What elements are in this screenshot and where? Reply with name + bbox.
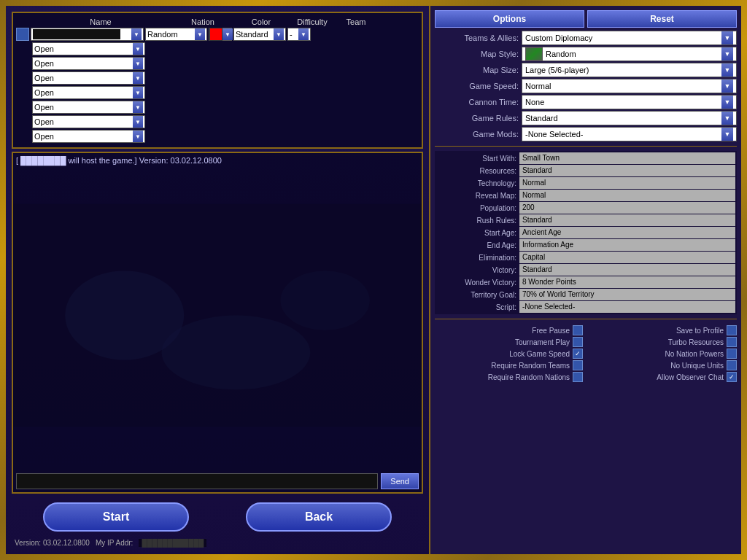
host-team-dropdown[interactable]: - ▼ [287,28,311,41]
cb-free-pause-box[interactable] [573,325,583,335]
cb-lock-speed-box[interactable]: ✓ [573,349,583,359]
option-row-cannontime: Cannon Time: None ▼ [435,95,737,109]
gamespeed-dropdown[interactable]: Normal ▼ [522,79,737,93]
player5-name-dropdown[interactable]: Open ▼ [32,101,145,114]
mapsize-value: Large (5/6-player) [525,66,589,74]
host-color-btn[interactable]: ▼ [209,28,232,41]
col-nation-header: Nation [166,18,239,26]
endage-label: End Age: [436,241,516,249]
revealmap-value: Normal [519,190,735,201]
gamemods-dropdown[interactable]: -None Selected- ▼ [522,127,737,141]
host-team-arrow[interactable]: ▼ [298,28,309,40]
send-button[interactable]: Send [381,473,419,489]
startage-value: Ancient Age [519,227,735,238]
host-checkbox[interactable] [16,28,29,41]
cb-random-nations-box[interactable] [573,372,583,382]
setting-row-technology: Technology: Normal [436,177,735,189]
technology-value: Normal [519,177,735,189]
cb-save-profile-box[interactable] [727,325,737,335]
revealmap-label: Reveal Map: [436,192,516,200]
cb-no-nation-powers-label: No Nation Powers [665,350,724,358]
player1-name-dropdown[interactable]: Open ▼ [32,42,145,55]
cb-tournament-box[interactable] [573,337,583,347]
send-row: Send [13,470,422,492]
teams-arrow[interactable]: ▼ [721,31,733,44]
player6-name-arrow[interactable]: ▼ [133,116,143,128]
gamerules-arrow[interactable]: ▼ [721,112,733,125]
mapsize-arrow[interactable]: ▼ [721,63,733,77]
setting-row-rushrules: Rush Rules: Standard [436,214,735,226]
population-value: 200 [519,202,735,214]
options-header: Options Reset [435,10,737,28]
mapstyle-arrow[interactable]: ▼ [721,47,733,61]
cb-observer-chat-box[interactable]: ✓ [727,372,737,382]
player7-name-arrow[interactable]: ▼ [133,131,143,142]
option-row-mapsize: Map Size: Large (5/6-player) ▼ [435,63,737,77]
host-name-dropdown[interactable]: ▼ [31,28,144,41]
option-row-gamerules: Game Rules: Standard ▼ [435,111,737,125]
player3-name-dropdown[interactable]: Open ▼ [32,71,145,85]
cb-no-nation-powers-box[interactable] [727,349,737,359]
cb-no-unique-units: No Unique Units [589,360,737,370]
gamerules-label: Game Rules: [435,114,519,122]
cb-random-teams: Require Random Teams [435,360,583,370]
cb-turbo-resources-label: Turbo Resources [668,338,724,346]
player3-name-arrow[interactable]: ▼ [133,72,143,84]
gamerules-dropdown[interactable]: Standard ▼ [522,111,737,125]
population-label: Population: [436,204,516,212]
cannontime-dropdown[interactable]: None ▼ [522,95,737,109]
gamespeed-label: Game Speed: [435,82,519,90]
startwith-label: Start With: [436,155,516,163]
cb-free-pause: Free Pause [435,325,583,335]
back-button[interactable]: Back [246,502,392,532]
option-row-gamespeed: Game Speed: Normal ▼ [435,79,737,93]
cb-no-unique-units-label: No Unique Units [670,362,724,370]
host-color-arrow[interactable]: ▼ [222,28,233,40]
player-row-4: Open ▼ [16,86,419,99]
gamespeed-arrow[interactable]: ▼ [721,79,733,93]
cannontime-arrow[interactable]: ▼ [721,96,733,109]
player5-name-arrow[interactable]: ▼ [133,101,143,113]
player4-name-dropdown[interactable]: Open ▼ [32,86,145,99]
cb-save-profile: Save to Profile [589,325,737,335]
left-panel: Name Nation Color Difficulty Team ▼ Rand… [6,6,429,554]
options-tab[interactable]: Options [435,10,584,28]
cannontime-value: None [525,98,544,106]
player-row-1: Open ▼ [16,42,419,55]
player2-name-dropdown[interactable]: Open ▼ [32,57,145,70]
technology-label: Technology: [436,179,516,187]
script-value: -None Selected- [519,301,735,313]
player6-name-dropdown[interactable]: Open ▼ [32,115,145,128]
mapsize-dropdown[interactable]: Large (5/6-player) ▼ [522,63,737,77]
cb-no-nation-powers: No Nation Powers [589,349,737,359]
start-button[interactable]: Start [43,502,189,532]
player2-name-arrow[interactable]: ▼ [133,58,143,69]
host-name-arrow[interactable]: ▼ [131,28,142,40]
host-difficulty-dropdown[interactable]: Standard ▼ [233,28,286,41]
cb-random-teams-box[interactable] [573,360,583,370]
player-row-5: Open ▼ [16,101,419,114]
player1-name-arrow[interactable]: ▼ [133,43,143,55]
mapstyle-dropdown[interactable]: Random ▼ [522,47,737,61]
gamemods-arrow[interactable]: ▼ [721,128,733,141]
cb-no-unique-units-box[interactable] [727,360,737,370]
setting-row-wondervictory: Wonder Victory: 8 Wonder Points [436,276,735,288]
teams-dropdown[interactable]: Custom Diplomacy ▼ [522,31,737,45]
option-row-mapstyle: Map Style: Random ▼ [435,47,737,61]
chat-input[interactable] [16,473,378,489]
gamerules-value: Standard [525,114,558,122]
startwith-value: Small Town [519,152,735,164]
territorygoal-label: Territory Goal: [436,291,516,299]
player-header: Name Nation Color Difficulty Team [16,16,419,28]
player4-name-arrow[interactable]: ▼ [133,87,143,98]
reset-tab[interactable]: Reset [587,10,737,28]
setting-row-revealmap: Reveal Map: Normal [436,190,735,201]
player7-name-dropdown[interactable]: Open ▼ [32,130,145,143]
host-difficulty-arrow[interactable]: ▼ [274,28,284,40]
victory-value: Standard [519,264,735,276]
cb-turbo-resources-box[interactable] [727,337,737,347]
map-style-image [525,47,543,61]
checkbox-col-left: Free Pause Tournament Play Lock Game Spe… [435,325,583,382]
host-nation-arrow[interactable]: ▼ [195,28,205,40]
host-nation-dropdown[interactable]: Random ▼ [145,28,207,41]
